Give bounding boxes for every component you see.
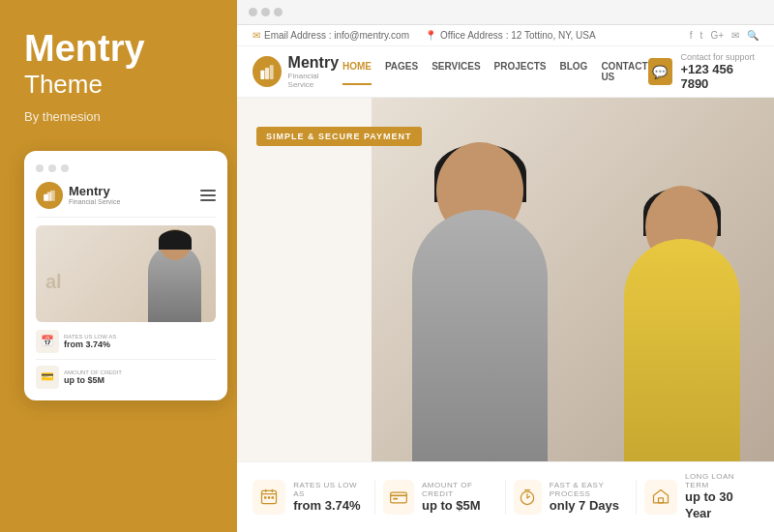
mobile-hero-text: al: [45, 271, 62, 293]
site-hero: SIMPLE & SECURE PAYMENT: [237, 98, 774, 461]
hero-people: [344, 98, 774, 461]
contact-phone-icon: 💬: [648, 58, 673, 85]
menu-item-home[interactable]: HOME: [342, 58, 372, 85]
stat-rates: RATES US LOW AS from 3.74%: [253, 480, 375, 515]
svg-rect-2: [50, 191, 55, 201]
person-main-torso: [412, 210, 548, 461]
brand-title: Mentry: [24, 29, 145, 70]
stat-credit-text: AMOUNT OF CREDIT up to $5M: [422, 481, 497, 515]
stat-rates-text: RATES US LOW AS from 3.74%: [293, 481, 367, 515]
mobile-card-dots: [36, 164, 216, 172]
site-logo: Mentry Financial Service: [253, 54, 342, 89]
right-panel: ✉ Email Address : info@mentry.com 📍 Offi…: [237, 0, 774, 532]
browser-dots: [249, 8, 283, 16]
svg-rect-20: [658, 498, 663, 503]
mobile-stat-credit-row: 💳 AMOUNT OF CREDIT up to $5M: [36, 359, 216, 389]
stat-fast: FAST & EASY PROCESS only 7 Days: [514, 480, 637, 515]
twitter-icon[interactable]: t: [700, 30, 703, 41]
mobile-logo-row: Mentry Financial Service: [36, 182, 120, 209]
svg-rect-10: [264, 496, 267, 499]
stat-fast-icon: [514, 480, 542, 515]
mobile-stat-rates-text: RATES US LOW AS from 3.74%: [64, 334, 116, 349]
person-main: [383, 152, 577, 461]
svg-rect-15: [393, 498, 398, 500]
stat-loan: LONG LOAN TERM up to 30 Year: [644, 472, 759, 522]
person-secondary-torso: [624, 239, 740, 461]
topbar-left: ✉ Email Address : info@mentry.com 📍 Offi…: [253, 30, 596, 41]
left-panel: Mentry Theme By themesion Mentry Financi…: [0, 0, 237, 532]
topbar-office: 📍 Office Address : 12 Tottino, NY, USA: [425, 30, 596, 41]
hero-badge: SIMPLE & SECURE PAYMENT: [256, 127, 422, 146]
mobile-hero-image: al: [36, 225, 216, 322]
location-icon: 📍: [425, 30, 436, 41]
svg-rect-11: [268, 496, 271, 499]
google-plus-icon[interactable]: G+: [710, 30, 724, 41]
mobile-stat-credit: 💳 AMOUNT OF CREDIT up to $5M: [36, 366, 216, 389]
svg-rect-13: [391, 492, 407, 503]
brand-subtitle: Theme: [24, 70, 103, 100]
site-topbar: ✉ Email Address : info@mentry.com 📍 Offi…: [237, 25, 774, 46]
stats-bar: RATES US LOW AS from 3.74% AMOUNT OF CRE…: [237, 461, 774, 532]
email-icon: ✉: [253, 30, 260, 41]
stat-rates-icon: [253, 480, 285, 515]
person-secondary: [610, 191, 755, 461]
mobile-stat-credit-icon: 💳: [36, 366, 59, 389]
site-logo-text: Mentry Financial Service: [288, 54, 342, 89]
menu-item-projects[interactable]: PROJECTS: [494, 58, 547, 85]
site-contact: 💬 Contact for support +123 456 7890: [648, 52, 759, 91]
menu-item-services[interactable]: SERVICES: [432, 58, 480, 85]
site-nav: Mentry Financial Service HOME PAGES SERV…: [237, 46, 774, 98]
stat-loan-text: LONG LOAN TERM up to 30 Year: [685, 472, 759, 522]
topbar-social: f t G+ ✉ 🔍: [690, 30, 759, 41]
stat-loan-icon: [644, 480, 677, 515]
site-menu: HOME PAGES SERVICES PROJECTS BLOG CONTAC…: [342, 58, 648, 85]
mobile-logo-icon: [36, 182, 63, 209]
instagram-icon[interactable]: ✉: [731, 30, 739, 41]
mobile-nav: Mentry Financial Service: [36, 182, 216, 218]
stat-credit: AMOUNT OF CREDIT up to $5M: [383, 480, 506, 515]
svg-rect-3: [260, 71, 264, 79]
menu-item-pages[interactable]: PAGES: [385, 58, 418, 85]
svg-rect-5: [269, 65, 273, 79]
svg-rect-4: [265, 68, 269, 79]
browser-bar: [237, 0, 774, 25]
mobile-stat-rates: 📅 RATES US LOW AS from 3.74%: [36, 330, 216, 353]
stat-fast-text: FAST & EASY PROCESS only 7 Days: [550, 481, 628, 515]
mobile-mockup-card: Mentry Financial Service al 📅 RATES US L…: [24, 151, 227, 400]
contact-info: Contact for support +123 456 7890: [680, 52, 759, 91]
menu-item-blog[interactable]: BLOG: [559, 58, 587, 85]
mobile-logo-text: Mentry Financial Service: [69, 185, 120, 205]
stat-credit-icon: [383, 480, 414, 515]
website-mockup: ✉ Email Address : info@mentry.com 📍 Offi…: [237, 25, 774, 532]
site-logo-icon: [253, 56, 282, 87]
mobile-stat-credit-text: AMOUNT OF CREDIT up to $5M: [64, 369, 122, 385]
search-icon[interactable]: 🔍: [747, 30, 759, 41]
menu-item-contact[interactable]: CONTACT US: [601, 58, 647, 85]
svg-rect-12: [272, 496, 275, 499]
brand-by: By themesion: [24, 109, 101, 124]
mobile-stats-row: 📅 RATES US LOW AS from 3.74%: [36, 330, 216, 353]
topbar-email: ✉ Email Address : info@mentry.com: [253, 30, 409, 41]
hamburger-icon[interactable]: [200, 190, 216, 201]
facebook-icon[interactable]: f: [690, 30, 693, 41]
mobile-stat-rates-icon: 📅: [36, 330, 59, 353]
